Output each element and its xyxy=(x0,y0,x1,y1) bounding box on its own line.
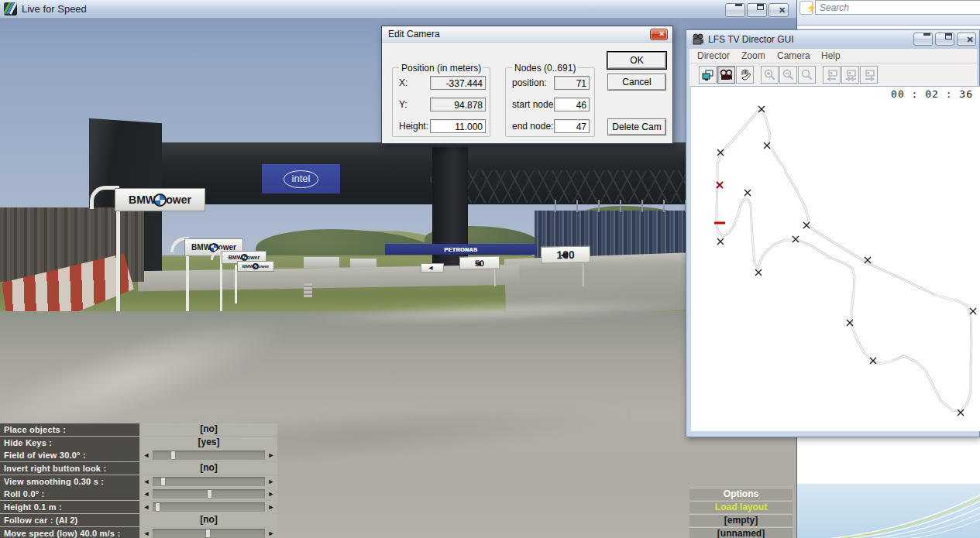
slider-thumb[interactable] xyxy=(161,478,165,485)
menu-help[interactable]: Help xyxy=(821,50,841,61)
slider-left-arrow[interactable]: ◄ xyxy=(142,502,151,512)
hud-slider[interactable]: ◄► xyxy=(140,488,277,500)
menu-camera[interactable]: Camera xyxy=(777,50,810,61)
slider-left-arrow[interactable]: ◄ xyxy=(142,477,151,486)
hud-row: Follow car : (AI 2)[no] xyxy=(0,514,277,526)
camera-prev-button[interactable] xyxy=(823,66,841,84)
lfs-app-icon xyxy=(4,2,17,15)
hud-label[interactable]: Roll 0.0° : xyxy=(0,488,139,500)
slider-thumb[interactable] xyxy=(206,529,210,537)
hud-value: [yes] xyxy=(140,437,277,448)
hud-side-button-loadlayout[interactable]: Load layout xyxy=(689,501,793,513)
zoom-out-button[interactable] xyxy=(779,66,797,84)
node-position-field[interactable]: 71 xyxy=(554,76,590,90)
group-legend: Nodes (0..691) xyxy=(512,63,578,74)
hud-row: Move speed (low) 40.0 m/s :◄► xyxy=(0,527,277,538)
zoom-in-button[interactable] xyxy=(761,66,779,84)
camera-next-icon xyxy=(863,69,875,81)
camera-next-button[interactable] xyxy=(860,66,878,84)
slider-right-arrow[interactable]: ► xyxy=(266,529,276,538)
slider-left-arrow[interactable]: ◄ xyxy=(142,489,151,499)
ok-button[interactable]: OK xyxy=(607,52,666,69)
hud-slider[interactable]: ◄► xyxy=(140,501,277,513)
position-x-field[interactable]: -337.444 xyxy=(430,76,486,90)
slider-right-arrow[interactable]: ► xyxy=(266,502,276,512)
close-button[interactable]: ✕ xyxy=(769,3,789,17)
petronas-logo: PETRONAS xyxy=(445,247,478,252)
swoosh-graphic xyxy=(797,484,980,538)
hud-side-button-empty[interactable]: [empty] xyxy=(689,514,793,526)
position-y-field[interactable]: 94.878 xyxy=(430,98,486,111)
start-node-field[interactable]: 46 xyxy=(554,98,590,111)
hud-side-button-options[interactable]: Options xyxy=(689,488,793,500)
camera-fit-button[interactable] xyxy=(841,66,859,84)
slider-track[interactable] xyxy=(153,529,265,538)
slider-track[interactable] xyxy=(153,502,265,512)
screen-select-button[interactable] xyxy=(699,66,717,84)
hud-label[interactable]: Height 0.1 m : xyxy=(0,501,139,513)
slider-right-arrow[interactable]: ► xyxy=(266,477,276,486)
browser-banner-panel xyxy=(797,484,980,538)
camera-view-button[interactable] xyxy=(717,66,735,84)
position-group: Position (in meters) X: -337.444 Y: 94.8… xyxy=(392,67,490,137)
hud-value: [no] xyxy=(140,514,277,526)
hud-label[interactable]: Place objects : xyxy=(0,423,139,436)
hud-label[interactable]: Invert right button look : xyxy=(0,462,139,475)
slider-thumb[interactable] xyxy=(208,490,211,498)
slider-right-arrow[interactable]: ► xyxy=(266,451,276,460)
hud-label[interactable]: View smoothing 0.30 s : xyxy=(0,475,139,488)
camera-prev-icon xyxy=(826,69,838,81)
close-button[interactable]: ✕ xyxy=(957,33,976,46)
hud-slider[interactable]: ◄► xyxy=(140,449,277,461)
menu-director[interactable]: Director xyxy=(697,50,730,61)
zoom-window-button[interactable] xyxy=(798,66,816,84)
search-input[interactable]: Search xyxy=(815,0,980,15)
arrow-left-icon: ◀ xyxy=(429,265,433,271)
slider-left-arrow[interactable]: ◄ xyxy=(142,451,151,460)
screen-select-icon xyxy=(702,69,714,81)
hud-side-button-unnamed[interactable]: [unnamed] xyxy=(689,527,793,538)
lfs-titlebar[interactable]: Live for Speed ✕ xyxy=(0,0,796,19)
group-legend: Position (in meters) xyxy=(399,63,483,74)
hud-toggle[interactable]: [no] xyxy=(140,514,277,526)
maximize-icon xyxy=(945,33,952,39)
slider-track[interactable] xyxy=(153,451,265,460)
hud-slider[interactable]: ◄► xyxy=(140,527,277,538)
field-label: Y: xyxy=(399,99,407,110)
slider-left-arrow[interactable]: ◄ xyxy=(142,529,151,538)
height-field[interactable]: 11.000 xyxy=(430,119,486,133)
maximize-button[interactable] xyxy=(935,33,954,46)
slider-track[interactable] xyxy=(153,477,265,486)
slider-thumb[interactable] xyxy=(156,503,160,511)
minimize-button[interactable] xyxy=(725,3,745,17)
menu-zoom[interactable]: Zoom xyxy=(741,50,765,61)
hud-row: View smoothing 0.30 s :◄► xyxy=(0,475,277,488)
hud-label[interactable]: Move speed (low) 40.0 m/s : xyxy=(0,527,139,538)
end-node-field[interactable]: 47 xyxy=(554,119,590,133)
track-map-canvas[interactable]: 00 : 02 : 36 xyxy=(691,86,980,431)
hud-toggle[interactable]: [no] xyxy=(140,423,277,436)
browser-tool-button[interactable]: ⚡ xyxy=(799,1,813,15)
hud-toggle[interactable]: [no] xyxy=(140,462,277,475)
slider-track[interactable] xyxy=(153,489,265,499)
track-map[interactable] xyxy=(691,98,980,432)
slider-thumb[interactable] xyxy=(171,451,175,459)
slider-right-arrow[interactable]: ► xyxy=(266,489,276,499)
hud-toggle[interactable]: [yes] xyxy=(140,437,277,449)
tv-titlebar[interactable]: LFS TV Director GUI ✕ xyxy=(686,30,979,49)
pan-hand-button[interactable] xyxy=(736,66,754,84)
hud-label[interactable]: Hide Keys : xyxy=(0,437,139,449)
intel-logo: intel xyxy=(284,170,319,188)
hud-label[interactable]: Follow car : (AI 2) xyxy=(0,514,139,526)
close-button[interactable]: ✕ xyxy=(650,29,668,40)
minimize-button[interactable] xyxy=(913,33,933,46)
maximize-button[interactable] xyxy=(747,3,767,17)
hud-value: [no] xyxy=(140,462,277,474)
hud-slider[interactable]: ◄► xyxy=(140,475,277,488)
dialog-titlebar[interactable]: Edit Camera ✕ xyxy=(382,26,672,43)
delete-cam-button[interactable]: Delete Cam xyxy=(607,118,666,135)
hud-row: Hide Keys :[yes] xyxy=(0,437,277,449)
sign-pole xyxy=(583,263,585,286)
cancel-button[interactable]: Cancel xyxy=(607,74,666,91)
hud-label[interactable]: Field of view 30.0° : xyxy=(0,449,139,461)
